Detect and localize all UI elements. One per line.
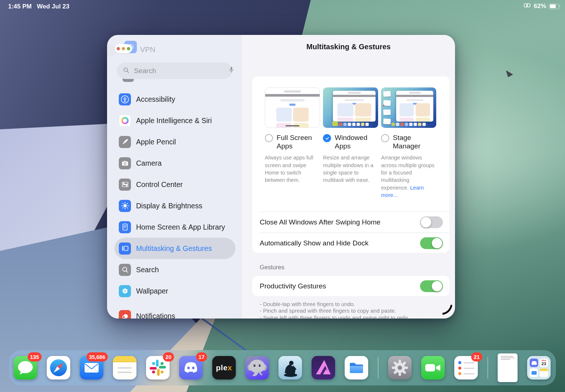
dock-facetime[interactable]: [421, 356, 445, 380]
notification-badge: 21: [471, 352, 482, 362]
sidebar-item-label: Apple Intelligence & Siri: [136, 116, 212, 125]
windowed-apps-option[interactable]: Windowed Apps: [323, 133, 378, 150]
mode-label: Full Screen Apps: [277, 133, 320, 150]
notifications-icon: [119, 310, 131, 319]
battery-icon: [549, 4, 559, 9]
dock-slack[interactable]: 20: [146, 356, 170, 380]
accessibility-icon: [119, 93, 131, 105]
settings-window: VPN Accessibility: [107, 35, 455, 319]
notification-badge: 17: [196, 352, 207, 362]
radio-checked[interactable]: [323, 134, 331, 142]
dock-plex[interactable]: plex: [212, 356, 236, 380]
camera-icon: [119, 157, 131, 169]
row-label: Automatically Show and Hide Dock: [260, 239, 369, 247]
row-label: Productivity Gestures: [260, 282, 326, 290]
status-date: Wed Jul 23: [37, 3, 70, 10]
dock-messages[interactable]: 135: [14, 356, 37, 380]
vpn-label: VPN: [140, 46, 155, 54]
gestures-section-header: Gestures: [260, 264, 284, 271]
productivity-gestures-toggle[interactable]: [420, 280, 443, 292]
dock-mastodon[interactable]: [245, 356, 269, 380]
ipad-screen: 1:45 PM Wed Jul 23 62% VPN: [0, 0, 565, 392]
minimize-window-button[interactable]: [122, 47, 125, 50]
dock-affinity-photo[interactable]: [312, 356, 335, 380]
sidebar-item-notifications[interactable]: Notifications: [114, 305, 235, 319]
affinity-photo-icon: [312, 356, 335, 380]
notification-badge: 20: [163, 352, 174, 362]
control-center-icon: [119, 179, 131, 191]
window-resize-handle[interactable]: [440, 302, 453, 317]
dock-kindle[interactable]: [278, 356, 302, 380]
sidebar-item-camera[interactable]: Camera: [114, 152, 235, 174]
search-icon: [122, 66, 130, 75]
plex-icon: plex: [212, 356, 236, 380]
sidebar-item-wallpaper[interactable]: Wallpaper: [114, 280, 235, 302]
discord-mini-icon: [530, 359, 538, 367]
full-screen-apps-thumbnail[interactable]: [265, 87, 320, 128]
multitasking-options-card: Full Screen Apps Always use apps full sc…: [252, 76, 449, 253]
vpn-toggle[interactable]: [107, 45, 116, 57]
sidebar-item-display-brightness[interactable]: Display & Brightness: [114, 195, 235, 216]
sidebar-item-apple-pencil[interactable]: Apple Pencil: [114, 131, 235, 152]
notes-mini-icon: [540, 368, 548, 377]
radio-unchecked[interactable]: [265, 134, 273, 142]
dock-safari[interactable]: [47, 356, 70, 380]
close-window-button[interactable]: [117, 47, 120, 50]
mode-label: Windowed Apps: [335, 133, 378, 150]
footnote-line: - Pinch and spread with three fingers to…: [260, 308, 445, 314]
pencil-icon: [119, 136, 131, 148]
display-brightness-icon: [119, 200, 131, 212]
footnote-line: - Double-tap with three fingers to undo.: [260, 301, 445, 308]
mode-full-screen-apps: Full Screen Apps Always use apps full sc…: [265, 87, 320, 199]
dock-settings[interactable]: [388, 356, 412, 380]
kindle-icon: [278, 356, 302, 380]
dock-divider: [487, 357, 488, 379]
sidebar-item-search[interactable]: Search: [114, 259, 235, 280]
wallpaper-icon: [119, 285, 131, 297]
mode-description: Always use apps full screen and swipe Ho…: [265, 154, 320, 184]
sidebar-search-field[interactable]: [117, 62, 232, 79]
dock-reminders[interactable]: 21: [454, 356, 478, 380]
zoom-window-button[interactable]: [127, 47, 130, 50]
search-input[interactable]: [133, 66, 225, 75]
dock-recent-app-group[interactable]: Wed 23: [527, 356, 551, 380]
row-label: Close All Windows After Swiping Home: [260, 218, 380, 226]
dock: 135 35,686: [9, 350, 556, 385]
stage-manager-thumbnail[interactable]: [381, 87, 436, 128]
stage-manager-option[interactable]: Stage Manager: [381, 133, 436, 150]
windowed-apps-thumbnail[interactable]: [323, 87, 378, 128]
mastodon-elephant-icon: [245, 356, 269, 380]
full-screen-apps-option[interactable]: Full Screen Apps: [265, 133, 320, 150]
footnote-line: - Swipe left with three fingers to undo …: [260, 314, 445, 319]
productivity-gestures-row: Productivity Gestures: [252, 276, 449, 296]
sidebar-item-label: Control Center: [136, 180, 183, 189]
dock-discord[interactable]: 17: [179, 356, 203, 380]
sidebar-item-accessibility[interactable]: Accessibility: [114, 89, 235, 110]
dock-files[interactable]: [345, 356, 368, 380]
multitasking-icon: [119, 242, 131, 255]
sidebar-item-label: Camera: [136, 159, 161, 168]
sidebar-item-control-center[interactable]: Control Center: [114, 174, 235, 195]
dock-mail[interactable]: 35,686: [80, 356, 103, 380]
sidebar-item-apple-intelligence-siri[interactable]: Apple Intelligence & Siri: [114, 110, 235, 131]
dock-notes[interactable]: [113, 356, 136, 380]
window-controls[interactable]: [115, 44, 132, 53]
siri-icon: [119, 115, 131, 127]
sidebar-item-home-screen-app-library[interactable]: Home Screen & App Library: [114, 216, 235, 238]
close-all-windows-toggle[interactable]: [420, 216, 443, 228]
auto-hide-dock-row: Automatically Show and Hide Dock: [260, 233, 443, 253]
auto-hide-dock-toggle[interactable]: [420, 237, 443, 249]
dock-recent-document-window[interactable]: [498, 353, 518, 382]
search-settings-icon: [119, 264, 131, 276]
mouse-pointer: [505, 70, 514, 81]
sidebar-item-multitasking-gestures[interactable]: Multitasking & Gestures: [114, 238, 235, 259]
radio-unchecked[interactable]: [381, 134, 389, 142]
mode-options: Full Screen Apps Always use apps full sc…: [265, 87, 436, 199]
mode-windowed-apps: Windowed Apps Resize and arrange multipl…: [323, 87, 378, 199]
status-bar: 1:45 PM Wed Jul 23 62%: [0, 0, 565, 12]
notification-badge: 35,686: [86, 352, 108, 362]
sidebar-item-label: Notifications: [136, 312, 175, 319]
dictation-mic-icon[interactable]: [228, 66, 235, 76]
mode-stage-manager: Stage Manager Arrange windows across mul…: [381, 87, 436, 199]
facetime-icon: [421, 356, 445, 380]
